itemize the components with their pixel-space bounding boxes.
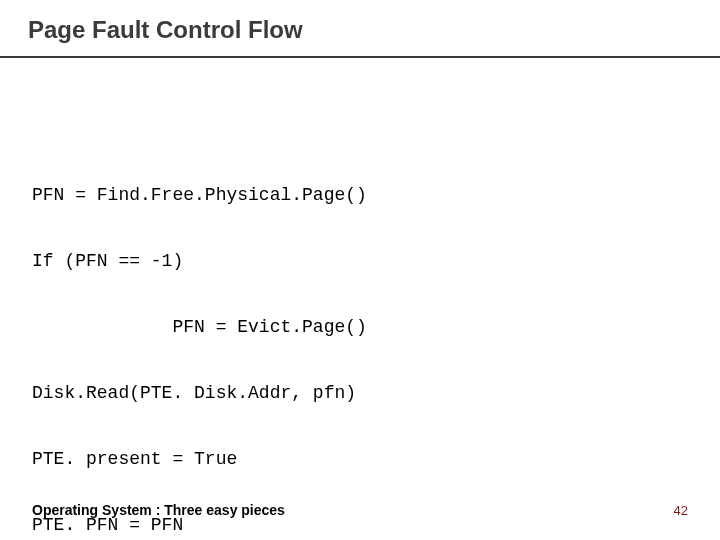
slide-title: Page Fault Control Flow [28, 16, 303, 44]
code-line: PTE. present = True [32, 448, 688, 470]
code-line: PFN = Evict.Page() [32, 316, 688, 338]
slide: Page Fault Control Flow PFN = Find.Free.… [0, 0, 720, 540]
title-rule [0, 56, 720, 58]
page-number: 42 [674, 503, 688, 518]
code-line: If (PFN == -1) [32, 250, 688, 272]
footer-source: Operating System : Three easy pieces [32, 502, 285, 518]
code-block: PFN = Find.Free.Physical.Page() If (PFN … [32, 140, 688, 540]
code-line: PFN = Find.Free.Physical.Page() [32, 184, 688, 206]
code-line: Disk.Read(PTE. Disk.Addr, pfn) [32, 382, 688, 404]
